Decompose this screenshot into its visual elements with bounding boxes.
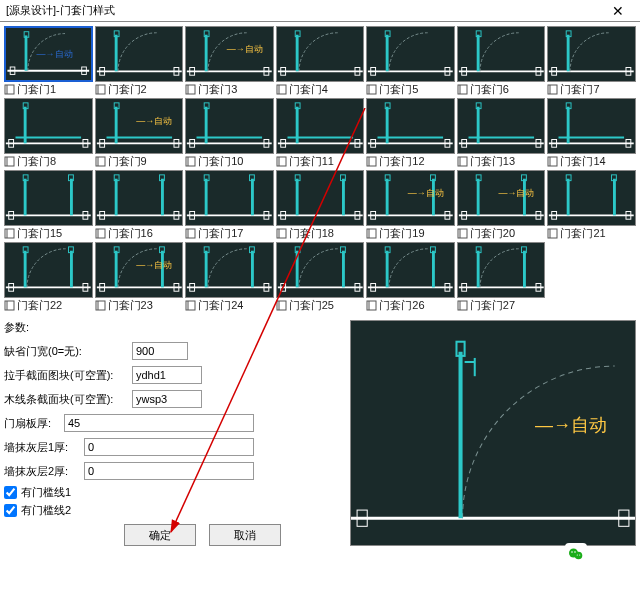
svg-rect-55 — [5, 157, 14, 166]
plaster2-label: 墙抹灰层2厚: — [4, 464, 84, 479]
svg-rect-79 — [277, 157, 286, 166]
svg-rect-184 — [96, 301, 105, 310]
svg-point-235 — [579, 554, 580, 555]
svg-rect-40 — [458, 85, 467, 94]
thumb-label: 门套门19 — [379, 226, 424, 241]
door-style-16[interactable]: 门套门16 — [95, 170, 184, 240]
door-style-9[interactable]: —→自动 门套门9 — [95, 98, 184, 168]
door-icon — [276, 300, 287, 311]
chk1-checkbox[interactable] — [4, 486, 17, 499]
door-style-20[interactable]: —→自动 门套门20 — [457, 170, 546, 240]
door-icon — [185, 228, 196, 239]
door-icon — [276, 84, 287, 95]
svg-rect-157 — [458, 229, 467, 238]
params-panel: 参数: 缺省门宽(0=无): 拉手截面图块(可空置): 木线条截面块(可空置):… — [4, 320, 344, 546]
width-label: 缺省门宽(0=无): — [4, 344, 132, 359]
door-style-5[interactable]: 门套门5 — [366, 26, 455, 96]
svg-rect-175 — [5, 301, 14, 310]
door-icon — [366, 84, 377, 95]
door-style-27[interactable]: 门套门27 — [457, 242, 546, 312]
door-style-26[interactable]: 门套门26 — [366, 242, 455, 312]
ok-button[interactable]: 确定 — [124, 524, 196, 546]
door-icon — [95, 84, 106, 95]
door-style-14[interactable]: 门套门14 — [547, 98, 636, 168]
door-style-13[interactable]: 门套门13 — [457, 98, 546, 168]
door-icon — [95, 300, 106, 311]
thumb-label: 门套门3 — [198, 82, 237, 97]
svg-point-233 — [574, 551, 576, 553]
door-style-1[interactable]: —→自动 门套门1 — [4, 26, 93, 96]
svg-rect-121 — [96, 229, 105, 238]
door-style-22[interactable]: 门套门22 — [4, 242, 93, 312]
door-style-24[interactable]: 门套门24 — [185, 242, 274, 312]
door-style-12[interactable]: 门套门12 — [366, 98, 455, 168]
thumb-label: 门套门1 — [17, 82, 56, 97]
door-style-15[interactable]: 门套门15 — [4, 170, 93, 240]
door-style-18[interactable]: 门套门18 — [276, 170, 365, 240]
svg-rect-103 — [548, 157, 557, 166]
svg-rect-33 — [367, 85, 376, 94]
thumb-label: 门套门18 — [289, 226, 334, 241]
leaf-input[interactable] — [64, 414, 254, 432]
leaf-label: 门扇板厚: — [4, 416, 64, 431]
chk2-checkbox[interactable] — [4, 504, 17, 517]
door-icon — [457, 84, 468, 95]
svg-rect-166 — [548, 229, 557, 238]
door-style-2[interactable]: 门套门2 — [95, 26, 184, 96]
door-icon — [457, 156, 468, 167]
door-icon — [4, 300, 15, 311]
door-style-6[interactable]: 门套门6 — [457, 26, 546, 96]
door-icon — [4, 84, 15, 95]
door-style-19[interactable]: —→自动 门套门19 — [366, 170, 455, 240]
thumb-label: 门套门5 — [379, 82, 418, 97]
door-style-25[interactable]: 门套门25 — [276, 242, 365, 312]
door-style-4[interactable]: 门套门4 — [276, 26, 365, 96]
door-style-8[interactable]: 门套门8 — [4, 98, 93, 168]
door-icon — [276, 156, 287, 167]
svg-rect-47 — [548, 85, 557, 94]
door-icon — [457, 300, 468, 311]
thumb-label: 门套门17 — [198, 226, 243, 241]
plaster1-input[interactable] — [84, 438, 254, 456]
door-icon — [185, 300, 196, 311]
svg-rect-12 — [96, 85, 105, 94]
door-style-10[interactable]: 门套门10 — [185, 98, 274, 168]
close-button[interactable]: ✕ — [596, 0, 640, 22]
door-style-23[interactable]: —→自动 门套门23 — [95, 242, 184, 312]
svg-rect-148 — [367, 229, 376, 238]
thumb-label: 门套门13 — [470, 154, 515, 169]
handle-input[interactable] — [132, 366, 202, 384]
door-style-11[interactable]: 门套门11 — [276, 98, 365, 168]
thumb-label: 门套门23 — [108, 298, 153, 313]
door-icon — [547, 84, 558, 95]
svg-rect-139 — [277, 229, 286, 238]
wood-input[interactable] — [132, 390, 202, 408]
thumb-label: 门套门25 — [289, 298, 334, 313]
cancel-button[interactable]: 取消 — [209, 524, 281, 546]
wood-label: 木线条截面块(可空置): — [4, 392, 132, 407]
door-icon — [95, 156, 106, 167]
width-input[interactable] — [132, 342, 188, 360]
watermark-text: 设极圈 — [593, 547, 626, 562]
params-heading: 参数: — [4, 320, 344, 335]
thumb-label: 门套门20 — [470, 226, 515, 241]
door-style-7[interactable]: 门套门7 — [547, 26, 636, 96]
thumb-label: 门套门8 — [17, 154, 56, 169]
door-icon — [95, 228, 106, 239]
door-icon — [547, 228, 558, 239]
door-style-21[interactable]: 门套门21 — [547, 170, 636, 240]
thumb-label: 门套门21 — [560, 226, 605, 241]
svg-rect-71 — [186, 157, 195, 166]
door-style-17[interactable]: 门套门17 — [185, 170, 274, 240]
window-title: [源泉设计]-门套门样式 — [6, 3, 115, 18]
plaster2-input[interactable] — [84, 462, 254, 480]
svg-rect-112 — [5, 229, 14, 238]
svg-rect-193 — [186, 301, 195, 310]
svg-point-231 — [575, 552, 583, 560]
door-style-3[interactable]: —→自动 门套门3 — [185, 26, 274, 96]
svg-point-232 — [571, 551, 573, 553]
thumb-label: 门套门11 — [289, 154, 334, 169]
thumb-label: 门套门24 — [198, 298, 243, 313]
thumb-label: 门套门6 — [470, 82, 509, 97]
door-icon — [185, 156, 196, 167]
